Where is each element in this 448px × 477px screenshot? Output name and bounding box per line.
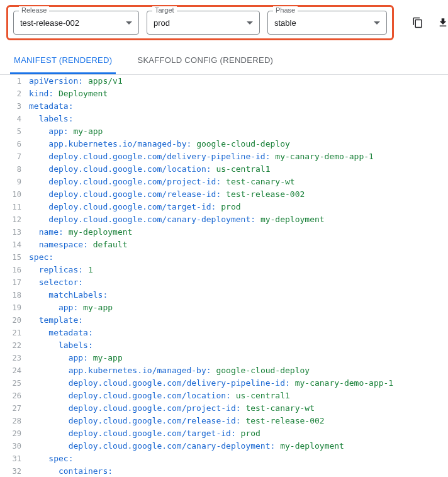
code-line: 14 namespace: default bbox=[0, 239, 448, 251]
copy-icon bbox=[412, 17, 423, 28]
line-number: 14 bbox=[0, 239, 29, 251]
line-number: 31 bbox=[0, 452, 29, 465]
phase-select-label: Phase bbox=[273, 6, 298, 14]
code-content: spec: bbox=[29, 452, 73, 465]
code-line: 20 template: bbox=[0, 314, 448, 327]
code-content: selector: bbox=[29, 276, 83, 289]
line-number: 2 bbox=[0, 87, 29, 100]
code-line: 31 spec: bbox=[0, 452, 448, 465]
line-number: 32 bbox=[0, 465, 29, 477]
line-number: 9 bbox=[0, 176, 29, 188]
chevron-down-icon bbox=[126, 21, 132, 25]
code-content: deploy.cloud.google.com/release-id: test… bbox=[29, 415, 325, 427]
code-line: 22 labels: bbox=[0, 339, 448, 352]
code-content: deploy.cloud.google.com/project-id: test… bbox=[29, 402, 315, 415]
line-number: 27 bbox=[0, 402, 29, 415]
copy-button[interactable] bbox=[412, 16, 424, 29]
line-number: 20 bbox=[0, 314, 29, 327]
line-number: 3 bbox=[0, 100, 29, 113]
phase-select[interactable]: Phase stable bbox=[267, 11, 387, 35]
line-number: 21 bbox=[0, 327, 29, 339]
line-number: 24 bbox=[0, 364, 29, 377]
line-number: 25 bbox=[0, 377, 29, 390]
code-content: app: my-app bbox=[29, 125, 103, 138]
tab-1[interactable]: SKAFFOLD CONFIG (RENDERED) bbox=[133, 48, 277, 74]
line-number: 1 bbox=[0, 75, 29, 87]
line-number: 5 bbox=[0, 125, 29, 138]
code-line: 12 deploy.cloud.google.com/canary-deploy… bbox=[0, 213, 448, 226]
line-number: 12 bbox=[0, 213, 29, 226]
code-content: app.kubernetes.io/managed-by: google-clo… bbox=[29, 138, 290, 150]
line-number: 17 bbox=[0, 276, 29, 289]
code-content: labels: bbox=[29, 113, 73, 125]
line-number: 8 bbox=[0, 163, 29, 176]
line-number: 11 bbox=[0, 201, 29, 213]
code-line: 5 app: my-app bbox=[0, 125, 448, 138]
code-line: 24 app.kubernetes.io/managed-by: google-… bbox=[0, 364, 448, 377]
code-content: apiVersion: apps/v1 bbox=[29, 75, 123, 87]
release-select-value: test-release-002 bbox=[20, 18, 126, 28]
code-content: deploy.cloud.google.com/location: us-cen… bbox=[29, 163, 271, 176]
code-line: 13 name: my-deployment bbox=[0, 226, 448, 239]
code-line: 29 deploy.cloud.google.com/target-id: pr… bbox=[0, 427, 448, 440]
code-line: 6 app.kubernetes.io/managed-by: google-c… bbox=[0, 138, 448, 150]
code-line: 25 deploy.cloud.google.com/delivery-pipe… bbox=[0, 377, 448, 390]
line-number: 23 bbox=[0, 352, 29, 364]
code-content: namespace: default bbox=[29, 239, 128, 251]
chevron-down-icon bbox=[247, 21, 253, 25]
code-line: 8 deploy.cloud.google.com/location: us-c… bbox=[0, 163, 448, 176]
code-line: 2kind: Deployment bbox=[0, 87, 448, 100]
code-line: 7 deploy.cloud.google.com/delivery-pipel… bbox=[0, 150, 448, 163]
code-content: labels: bbox=[29, 339, 93, 352]
code-line: 18 matchLabels: bbox=[0, 289, 448, 301]
line-number: 10 bbox=[0, 188, 29, 201]
code-line: 4 labels: bbox=[0, 113, 448, 125]
download-icon bbox=[437, 17, 448, 28]
code-content: app: my-app bbox=[29, 352, 123, 364]
line-number: 28 bbox=[0, 415, 29, 427]
chevron-down-icon bbox=[374, 21, 380, 25]
line-number: 16 bbox=[0, 264, 29, 276]
tabs: MANIFEST (RENDERED)SKAFFOLD CONFIG (REND… bbox=[0, 48, 448, 75]
topbar: Release test-release-002 Target prod Pha… bbox=[0, 0, 448, 48]
line-number: 26 bbox=[0, 390, 29, 402]
code-content: deploy.cloud.google.com/target-id: prod bbox=[29, 201, 241, 213]
code-line: 16 replicas: 1 bbox=[0, 264, 448, 276]
code-editor[interactable]: 1apiVersion: apps/v12kind: Deployment3me… bbox=[0, 75, 448, 477]
line-number: 18 bbox=[0, 289, 29, 301]
code-content: deploy.cloud.google.com/location: us-cen… bbox=[29, 390, 290, 402]
code-line: 23 app: my-app bbox=[0, 352, 448, 364]
line-number: 6 bbox=[0, 138, 29, 150]
code-content: kind: Deployment bbox=[29, 87, 108, 100]
code-line: 30 deploy.cloud.google.com/canary-deploy… bbox=[0, 440, 448, 452]
code-line: 26 deploy.cloud.google.com/location: us-… bbox=[0, 390, 448, 402]
code-content: containers: bbox=[29, 465, 113, 477]
code-content: name: my-deployment bbox=[29, 226, 132, 239]
code-content: deploy.cloud.google.com/delivery-pipelin… bbox=[29, 150, 374, 163]
selector-highlight: Release test-release-002 Target prod Pha… bbox=[6, 5, 394, 40]
code-line: 17 selector: bbox=[0, 276, 448, 289]
line-number: 22 bbox=[0, 339, 29, 352]
code-content: metadata: bbox=[29, 327, 93, 339]
line-number: 30 bbox=[0, 440, 29, 452]
line-number: 4 bbox=[0, 113, 29, 125]
code-content: spec: bbox=[29, 251, 53, 264]
target-select[interactable]: Target prod bbox=[147, 11, 260, 35]
target-select-value: prod bbox=[154, 18, 247, 28]
code-content: deploy.cloud.google.com/delivery-pipelin… bbox=[29, 377, 393, 390]
code-content: replicas: 1 bbox=[29, 264, 93, 276]
release-select[interactable]: Release test-release-002 bbox=[13, 11, 139, 35]
release-select-label: Release bbox=[19, 6, 49, 14]
code-line: 11 deploy.cloud.google.com/target-id: pr… bbox=[0, 201, 448, 213]
phase-select-value: stable bbox=[274, 18, 374, 28]
code-line: 32 containers: bbox=[0, 465, 448, 477]
code-line: 21 metadata: bbox=[0, 327, 448, 339]
code-content: app: my-app bbox=[29, 301, 113, 314]
tab-0[interactable]: MANIFEST (RENDERED) bbox=[10, 48, 116, 74]
code-content: matchLabels: bbox=[29, 289, 108, 301]
line-number: 19 bbox=[0, 301, 29, 314]
download-button[interactable] bbox=[437, 16, 448, 29]
code-content: deploy.cloud.google.com/canary-deploymen… bbox=[29, 213, 325, 226]
code-content: deploy.cloud.google.com/canary-deploymen… bbox=[29, 440, 344, 452]
line-number: 13 bbox=[0, 226, 29, 239]
